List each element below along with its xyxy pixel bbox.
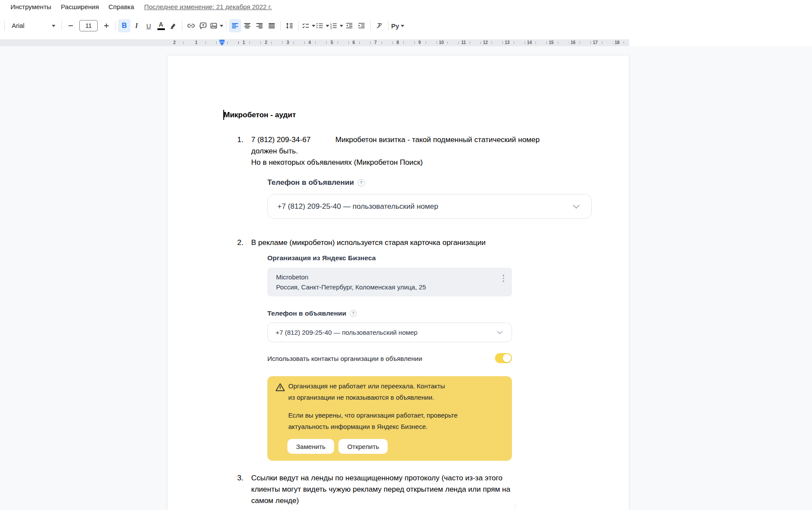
warning-line-2: из организации не показываются в объявле… [288, 392, 434, 403]
checklist-button[interactable] [301, 19, 315, 32]
ruler-number: 12 [481, 40, 489, 45]
google-docs-window: Инструменты Расширения Справка Последнее… [0, 0, 812, 510]
phone-label-2: Телефон в объявлении ? [267, 309, 357, 317]
font-family-select[interactable]: Arial [7, 19, 59, 32]
ruler-number: 5 [329, 40, 335, 45]
help-icon[interactable]: ? [358, 179, 365, 187]
ruler-number: 2 [263, 40, 269, 45]
bold-button[interactable]: B [118, 19, 130, 32]
list-number-2: 2. [237, 237, 249, 248]
bulleted-list-button[interactable] [315, 19, 329, 32]
item3-line3: самом ленде) [251, 495, 510, 507]
ruler-number: 15 [547, 40, 555, 45]
ruler-number: 14 [525, 40, 533, 45]
toolbar-divider [226, 21, 226, 31]
align-right-button[interactable] [253, 19, 266, 32]
increase-indent-button[interactable] [355, 19, 368, 32]
ruler-number: 1 [193, 40, 199, 45]
indent-icon [357, 21, 366, 30]
ruler-number: 16 [569, 40, 577, 45]
phone-text: 7 (812) 209-34-67 [251, 136, 310, 144]
warning-line-1: Организация не работает или переехала. К… [288, 381, 445, 392]
org-label-text: Организация из Яндекс Бизнеса [267, 254, 376, 262]
item1-line3: Но в некоторых объявлениях (Микробетон П… [251, 157, 539, 168]
ruler-number: 7 [372, 40, 379, 45]
menu-tools[interactable]: Инструменты [6, 1, 56, 12]
justify-icon [267, 21, 276, 30]
document-canvas: Микробетон - аудит 1. 7 (812) 209-34-67М… [0, 46, 812, 510]
numbered-list-icon: 123 [329, 21, 338, 30]
phone-select-2-value: +7 (812) 209-25-40 — пользовательский но… [276, 329, 417, 336]
toolbar-divider [61, 21, 62, 31]
replace-button[interactable]: Заменить [287, 439, 334, 454]
phone-label-1: Телефон в объявлении ? [267, 178, 365, 187]
chevron-down-icon [52, 25, 55, 27]
help-icon[interactable]: ? [350, 310, 357, 317]
toolbar-divider [4, 21, 5, 31]
font-size-input[interactable]: 11 [79, 20, 98, 31]
ruler-number: 11 [460, 40, 468, 45]
line-spacing-icon [285, 21, 294, 30]
link-icon [187, 21, 195, 30]
decrease-indent-button[interactable] [343, 19, 355, 32]
phone-select-1-value: +7 (812) 209-25-40 — пользовательский но… [277, 202, 438, 211]
menu-extensions[interactable]: Расширения [56, 1, 104, 12]
chevron-down-icon [401, 25, 404, 27]
unpin-button[interactable]: Открепить [338, 439, 388, 454]
org-card[interactable]: Microbeton Россия, Санкт-Петербург, Коло… [267, 268, 512, 296]
kebab-menu-icon[interactable] [501, 273, 506, 284]
input-tools-button[interactable]: Ру [391, 19, 404, 32]
toolbar-divider [298, 21, 299, 31]
use-contacts-toggle[interactable] [495, 353, 512, 363]
toolbar-divider [115, 21, 116, 31]
toolbar-divider [388, 21, 389, 31]
list-item-1[interactable]: 7 (812) 209-34-67Микробетон визитка - та… [251, 134, 539, 168]
phone-select-2[interactable]: +7 (812) 209-25-40 — пользовательский но… [267, 323, 512, 342]
list-item-3[interactable]: Ссылки ведут на ленды по незащищенному п… [251, 473, 510, 507]
menu-bar: Инструменты Расширения Справка Последнее… [0, 0, 812, 13]
left-indent-marker[interactable] [219, 40, 225, 46]
item1-line2: должен быть. [251, 146, 539, 157]
justify-button[interactable] [266, 19, 278, 32]
list-number-1: 1. [237, 134, 249, 146]
highlight-color-button[interactable] [167, 19, 179, 32]
insert-link-button[interactable] [185, 19, 197, 32]
decrease-font-size-button[interactable] [65, 19, 77, 32]
menu-help[interactable]: Справка [104, 1, 139, 12]
ruler-number: 2 [171, 40, 177, 45]
font-family-value: Arial [12, 22, 24, 29]
ruler-number: 10 [437, 40, 445, 45]
clear-formatting-button[interactable] [373, 19, 386, 32]
numbered-list-button[interactable]: 123 [329, 19, 343, 32]
list-item-2[interactable]: В рекламе (микробетон) используется стар… [251, 237, 485, 248]
item3-line2: клиенты могут видеть чужую рекламу перед… [251, 484, 510, 495]
chevron-down-icon [497, 330, 503, 334]
doc-title[interactable]: Микробетон - аудит [224, 111, 296, 119]
ruler[interactable]: 21123456789101112131415161718 [0, 39, 629, 46]
align-left-icon [231, 21, 239, 30]
italic-button[interactable]: I [130, 19, 143, 32]
item1-line1: Микробетон визитка - такой подменный ста… [335, 136, 539, 144]
document-page[interactable]: Микробетон - аудит 1. 7 (812) 209-34-67М… [167, 55, 629, 510]
warning-line-3: Если вы уверены, что организация работае… [288, 410, 457, 421]
align-right-icon [255, 21, 264, 30]
add-comment-button[interactable] [197, 19, 209, 32]
clear-formatting-icon [375, 21, 384, 30]
text-color-icon: A [157, 21, 165, 30]
line-spacing-button[interactable] [283, 19, 296, 32]
phone-select-1[interactable]: +7 (812) 209-25-40 — пользовательский но… [267, 194, 592, 219]
last-edit-link[interactable]: Последнее изменение: 21 декабря 2022 г. [144, 3, 272, 10]
input-tools-label: Ру [391, 22, 399, 30]
insert-image-button[interactable] [209, 19, 223, 32]
align-left-button[interactable] [229, 19, 241, 32]
outdent-icon [345, 21, 354, 30]
text-color-button[interactable]: A [155, 19, 167, 32]
chevron-down-icon [573, 204, 580, 209]
warning-buttons: Заменить Открепить [287, 439, 388, 454]
increase-font-size-button[interactable] [100, 19, 113, 32]
ruler-number: 3 [285, 40, 291, 45]
warning-icon [275, 383, 285, 394]
toggle-knob [503, 354, 511, 362]
align-center-button[interactable] [241, 19, 253, 32]
underline-button[interactable]: U [143, 19, 155, 32]
